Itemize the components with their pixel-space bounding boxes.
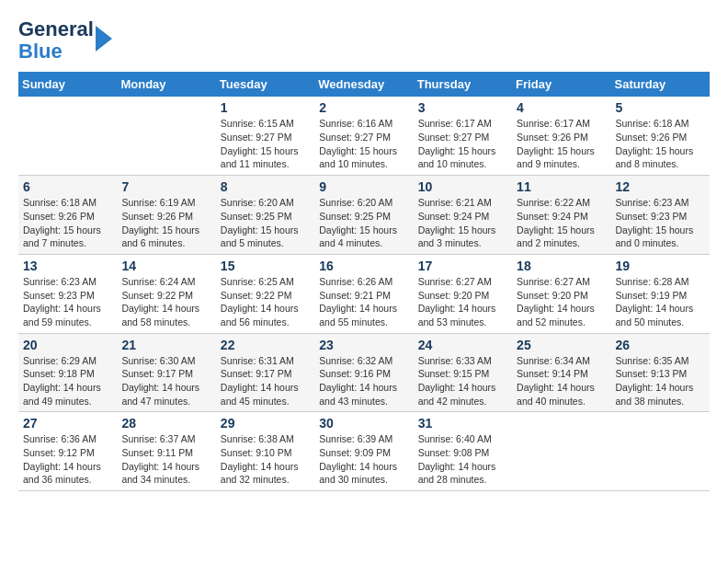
calendar-cell: 12Sunrise: 6:23 AM Sunset: 9:23 PM Dayli… xyxy=(611,176,710,255)
weekday-header-friday: Friday xyxy=(512,72,610,97)
day-info: Sunrise: 6:27 AM Sunset: 9:20 PM Dayligh… xyxy=(517,275,606,329)
calendar-cell: 9Sunrise: 6:20 AM Sunset: 9:25 PM Daylig… xyxy=(314,176,413,255)
calendar-cell xyxy=(117,97,215,175)
day-number: 3 xyxy=(418,100,507,115)
calendar-cell: 2Sunrise: 6:16 AM Sunset: 9:27 PM Daylig… xyxy=(314,97,413,175)
calendar-table: SundayMondayTuesdayWednesdayThursdayFrid… xyxy=(18,72,710,491)
day-info: Sunrise: 6:21 AM Sunset: 9:24 PM Dayligh… xyxy=(418,196,507,250)
day-number: 5 xyxy=(616,100,705,115)
calendar-cell: 30Sunrise: 6:39 AM Sunset: 9:09 PM Dayli… xyxy=(314,412,413,491)
day-info: Sunrise: 6:40 AM Sunset: 9:08 PM Dayligh… xyxy=(418,432,507,487)
day-number: 14 xyxy=(121,259,210,273)
day-number: 12 xyxy=(616,179,705,194)
day-info: Sunrise: 6:17 AM Sunset: 9:26 PM Dayligh… xyxy=(517,117,606,171)
day-number: 8 xyxy=(221,179,310,194)
calendar-cell xyxy=(512,412,610,491)
calendar-cell: 10Sunrise: 6:21 AM Sunset: 9:24 PM Dayli… xyxy=(414,176,512,255)
day-number: 16 xyxy=(319,259,408,273)
day-info: Sunrise: 6:32 AM Sunset: 9:16 PM Dayligh… xyxy=(319,354,408,408)
weekday-header-tuesday: Tuesday xyxy=(216,72,314,97)
day-number: 13 xyxy=(23,259,112,273)
calendar-cell: 29Sunrise: 6:38 AM Sunset: 9:10 PM Dayli… xyxy=(216,412,314,491)
calendar-cell: 23Sunrise: 6:32 AM Sunset: 9:16 PM Dayli… xyxy=(314,333,413,412)
day-info: Sunrise: 6:16 AM Sunset: 9:27 PM Dayligh… xyxy=(319,117,408,171)
day-number: 17 xyxy=(418,259,507,273)
weekday-header-wednesday: Wednesday xyxy=(314,72,413,97)
calendar-cell xyxy=(18,97,117,175)
calendar-cell: 14Sunrise: 6:24 AM Sunset: 9:22 PM Dayli… xyxy=(117,254,215,333)
weekday-header-monday: Monday xyxy=(117,72,215,97)
day-number: 6 xyxy=(23,179,112,194)
day-info: Sunrise: 6:17 AM Sunset: 9:27 PM Dayligh… xyxy=(418,117,507,171)
day-number: 30 xyxy=(319,416,408,431)
weekday-header-sunday: Sunday xyxy=(18,72,117,97)
day-number: 1 xyxy=(221,100,310,115)
calendar-cell: 20Sunrise: 6:29 AM Sunset: 9:18 PM Dayli… xyxy=(18,333,117,412)
calendar-cell: 6Sunrise: 6:18 AM Sunset: 9:26 PM Daylig… xyxy=(18,176,117,255)
logo: GeneralBlue xyxy=(18,18,112,63)
day-number: 24 xyxy=(418,338,507,352)
day-info: Sunrise: 6:26 AM Sunset: 9:21 PM Dayligh… xyxy=(319,275,408,329)
day-info: Sunrise: 6:22 AM Sunset: 9:24 PM Dayligh… xyxy=(517,196,606,250)
calendar-cell: 22Sunrise: 6:31 AM Sunset: 9:17 PM Dayli… xyxy=(216,333,314,412)
day-number: 18 xyxy=(517,259,606,273)
day-info: Sunrise: 6:33 AM Sunset: 9:15 PM Dayligh… xyxy=(418,354,507,408)
calendar-cell: 8Sunrise: 6:20 AM Sunset: 9:25 PM Daylig… xyxy=(216,176,314,255)
calendar-cell: 16Sunrise: 6:26 AM Sunset: 9:21 PM Dayli… xyxy=(314,254,413,333)
day-number: 19 xyxy=(616,259,705,273)
calendar-cell: 13Sunrise: 6:23 AM Sunset: 9:23 PM Dayli… xyxy=(18,254,117,333)
calendar-week-1: 1Sunrise: 6:15 AM Sunset: 9:27 PM Daylig… xyxy=(18,97,710,175)
day-info: Sunrise: 6:36 AM Sunset: 9:12 PM Dayligh… xyxy=(23,432,112,487)
calendar-week-2: 6Sunrise: 6:18 AM Sunset: 9:26 PM Daylig… xyxy=(18,176,710,255)
calendar-cell: 11Sunrise: 6:22 AM Sunset: 9:24 PM Dayli… xyxy=(512,176,610,255)
logo-text: GeneralBlue xyxy=(18,18,94,63)
day-number: 22 xyxy=(221,338,310,352)
day-info: Sunrise: 6:20 AM Sunset: 9:25 PM Dayligh… xyxy=(319,196,408,250)
day-info: Sunrise: 6:23 AM Sunset: 9:23 PM Dayligh… xyxy=(616,196,705,250)
day-number: 11 xyxy=(517,179,606,194)
calendar-cell: 26Sunrise: 6:35 AM Sunset: 9:13 PM Dayli… xyxy=(611,333,710,412)
day-info: Sunrise: 6:15 AM Sunset: 9:27 PM Dayligh… xyxy=(221,117,310,171)
calendar-cell: 7Sunrise: 6:19 AM Sunset: 9:26 PM Daylig… xyxy=(117,176,215,255)
calendar-cell xyxy=(611,412,710,491)
calendar-cell: 3Sunrise: 6:17 AM Sunset: 9:27 PM Daylig… xyxy=(414,97,512,175)
weekday-header-thursday: Thursday xyxy=(414,72,512,97)
day-number: 9 xyxy=(319,179,408,194)
day-info: Sunrise: 6:23 AM Sunset: 9:23 PM Dayligh… xyxy=(23,275,112,329)
day-info: Sunrise: 6:30 AM Sunset: 9:17 PM Dayligh… xyxy=(121,354,210,408)
calendar-cell: 19Sunrise: 6:28 AM Sunset: 9:19 PM Dayli… xyxy=(611,254,710,333)
day-number: 25 xyxy=(517,338,606,352)
calendar-cell: 5Sunrise: 6:18 AM Sunset: 9:26 PM Daylig… xyxy=(611,97,710,175)
calendar-week-3: 13Sunrise: 6:23 AM Sunset: 9:23 PM Dayli… xyxy=(18,254,710,333)
weekday-header-saturday: Saturday xyxy=(611,72,710,97)
calendar-week-4: 20Sunrise: 6:29 AM Sunset: 9:18 PM Dayli… xyxy=(18,333,710,412)
day-number: 21 xyxy=(121,338,210,352)
day-info: Sunrise: 6:38 AM Sunset: 9:10 PM Dayligh… xyxy=(221,432,310,487)
day-number: 4 xyxy=(517,100,606,115)
calendar-cell: 18Sunrise: 6:27 AM Sunset: 9:20 PM Dayli… xyxy=(512,254,610,333)
calendar-cell: 15Sunrise: 6:25 AM Sunset: 9:22 PM Dayli… xyxy=(216,254,314,333)
calendar-cell: 25Sunrise: 6:34 AM Sunset: 9:14 PM Dayli… xyxy=(512,333,610,412)
calendar-cell: 28Sunrise: 6:37 AM Sunset: 9:11 PM Dayli… xyxy=(117,412,215,491)
calendar-cell: 31Sunrise: 6:40 AM Sunset: 9:08 PM Dayli… xyxy=(414,412,512,491)
day-number: 31 xyxy=(418,416,507,431)
calendar-week-5: 27Sunrise: 6:36 AM Sunset: 9:12 PM Dayli… xyxy=(18,412,710,491)
day-info: Sunrise: 6:34 AM Sunset: 9:14 PM Dayligh… xyxy=(517,354,606,408)
day-info: Sunrise: 6:31 AM Sunset: 9:17 PM Dayligh… xyxy=(221,354,310,408)
calendar-cell: 24Sunrise: 6:33 AM Sunset: 9:15 PM Dayli… xyxy=(414,333,512,412)
calendar-cell: 17Sunrise: 6:27 AM Sunset: 9:20 PM Dayli… xyxy=(414,254,512,333)
calendar-cell: 4Sunrise: 6:17 AM Sunset: 9:26 PM Daylig… xyxy=(512,97,610,175)
day-info: Sunrise: 6:39 AM Sunset: 9:09 PM Dayligh… xyxy=(319,432,408,487)
day-info: Sunrise: 6:18 AM Sunset: 9:26 PM Dayligh… xyxy=(23,196,112,250)
day-info: Sunrise: 6:28 AM Sunset: 9:19 PM Dayligh… xyxy=(616,275,705,329)
page-header: GeneralBlue xyxy=(18,18,710,63)
day-info: Sunrise: 6:35 AM Sunset: 9:13 PM Dayligh… xyxy=(616,354,705,408)
day-number: 26 xyxy=(616,338,705,352)
calendar-cell: 21Sunrise: 6:30 AM Sunset: 9:17 PM Dayli… xyxy=(117,333,215,412)
weekday-header-row: SundayMondayTuesdayWednesdayThursdayFrid… xyxy=(18,72,710,97)
day-info: Sunrise: 6:37 AM Sunset: 9:11 PM Dayligh… xyxy=(121,432,210,487)
day-number: 10 xyxy=(418,179,507,194)
calendar-cell: 27Sunrise: 6:36 AM Sunset: 9:12 PM Dayli… xyxy=(18,412,117,491)
day-number: 23 xyxy=(319,338,408,352)
logo-arrow-icon xyxy=(96,26,112,52)
